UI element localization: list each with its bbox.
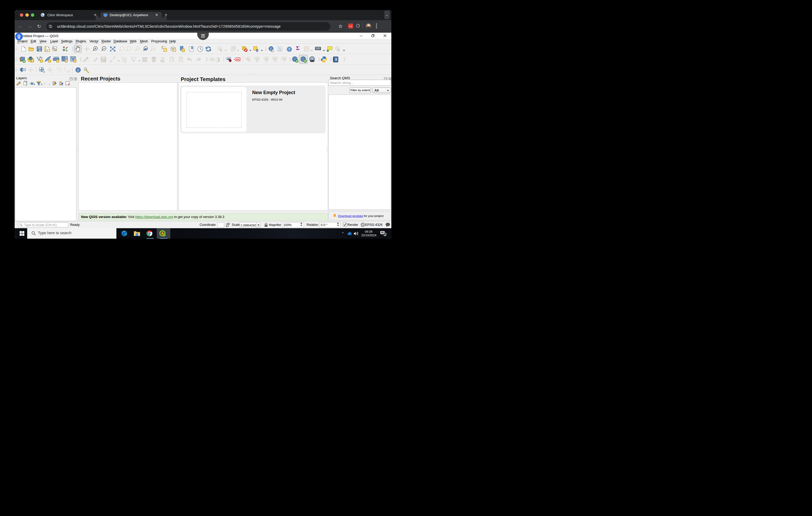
svg-text:i: i xyxy=(78,68,79,72)
svg-text:1:1: 1:1 xyxy=(137,48,139,50)
svg-text:abc: abc xyxy=(236,58,240,61)
svg-text:?: ? xyxy=(336,58,337,61)
svg-text:abc: abc xyxy=(273,58,277,60)
svg-text:a: a xyxy=(66,49,67,52)
svg-text:abc: abc xyxy=(210,58,214,61)
svg-text:2: 2 xyxy=(384,233,386,236)
svg-text:abc: abc xyxy=(256,58,259,60)
svg-text:abc: abc xyxy=(265,58,268,60)
